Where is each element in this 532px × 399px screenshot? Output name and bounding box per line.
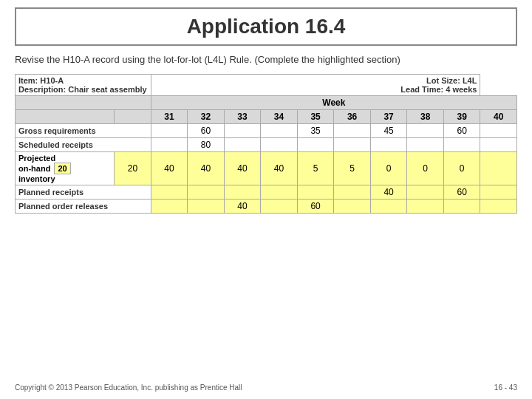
gr-36: [334, 124, 371, 138]
por-39: [443, 200, 480, 214]
sr-38: [407, 138, 444, 152]
gr-32: 60: [188, 124, 225, 138]
page-number: 16 - 43: [494, 383, 517, 392]
sr-39: [443, 138, 480, 152]
proj-oh-31: 40: [151, 152, 188, 185]
por-31: [151, 200, 188, 214]
projected-on-hand-row: Projectedon-hand 20inventory 20 40 40 40…: [16, 152, 517, 185]
week-38: 38: [407, 110, 444, 124]
week-numbers-row: 31 32 33 34 35 36 37 38 39 40: [16, 110, 517, 124]
proj-oh-pre31: 20: [115, 152, 151, 185]
sr-35: [297, 138, 334, 152]
por-34: [261, 200, 298, 214]
meta-row: Item: H10-A Description: Chair seat asse…: [16, 75, 517, 96]
week-39: 39: [443, 110, 480, 124]
proj-oh-40: [480, 152, 517, 185]
proj-oh-badge: 20: [54, 163, 70, 174]
proj-oh-38: 0: [407, 152, 444, 185]
sched-rec-label: Scheduled receipts: [16, 138, 151, 152]
gr-38: [407, 124, 444, 138]
pr-32: [188, 185, 225, 200]
proj-oh-33: 40: [224, 152, 261, 185]
week-40: 40: [480, 110, 517, 124]
pr-31: [151, 185, 188, 200]
gr-37: 45: [370, 124, 407, 138]
week-35: 35: [297, 110, 334, 124]
title-box: Application 16.4: [15, 7, 517, 46]
week-33: 33: [224, 110, 261, 124]
pr-40: [480, 185, 517, 200]
pr-37: 40: [370, 185, 407, 200]
plan-ord-label: Planned order releases: [16, 200, 151, 214]
week-32: 32: [188, 110, 225, 124]
gr-35: 35: [297, 124, 334, 138]
proj-oh-39: 0: [443, 152, 480, 185]
proj-oh-35: 5: [297, 152, 334, 185]
sr-40: [480, 138, 517, 152]
por-35: 60: [297, 200, 334, 214]
gross-req-label: Gross requirements: [16, 124, 151, 138]
proj-oh-label: Projectedon-hand 20inventory: [16, 152, 115, 185]
mrp-table: Item: H10-A Description: Chair seat asse…: [15, 74, 517, 214]
gr-33: [224, 124, 261, 138]
week-36: 36: [334, 110, 371, 124]
page-title: Application 16.4: [187, 15, 346, 38]
gr-39: 60: [443, 124, 480, 138]
sr-37: [370, 138, 407, 152]
por-40: [480, 200, 517, 214]
week-header-row: Week: [16, 96, 517, 110]
planned-receipts-row: Planned receipts 40 60: [16, 185, 517, 200]
por-32: [188, 200, 225, 214]
pr-38: [407, 185, 444, 200]
week-34: 34: [261, 110, 298, 124]
por-38: [407, 200, 444, 214]
footer: Copyright © 2013 Pearson Education, Inc.…: [15, 383, 517, 392]
plan-rec-label: Planned receipts: [16, 185, 151, 200]
sr-34: [261, 138, 298, 152]
pr-33: [224, 185, 261, 200]
scheduled-receipts-row: Scheduled receipts 80: [16, 138, 517, 152]
main-table-container: Item: H10-A Description: Chair seat asse…: [15, 74, 517, 380]
pr-35: [297, 185, 334, 200]
week-37: 37: [370, 110, 407, 124]
sr-31: [151, 138, 188, 152]
proj-oh-32: 40: [188, 152, 225, 185]
proj-oh-37: 0: [370, 152, 407, 185]
week-31: 31: [151, 110, 188, 124]
pr-36: [334, 185, 371, 200]
gr-31: [151, 124, 188, 138]
gr-40: [480, 124, 517, 138]
proj-oh-34: 40: [261, 152, 298, 185]
por-36: [334, 200, 371, 214]
por-33: 40: [224, 200, 261, 214]
planned-order-releases-row: Planned order releases 40 60: [16, 200, 517, 214]
por-37: [370, 200, 407, 214]
week-label: Week: [151, 96, 516, 110]
copyright: Copyright © 2013 Pearson Education, Inc.…: [15, 383, 242, 392]
proj-oh-36: 5: [334, 152, 371, 185]
gross-requirements-row: Gross requirements 60 35 45 60: [16, 124, 517, 138]
pr-39: 60: [443, 185, 480, 200]
sr-32: 80: [188, 138, 225, 152]
lot-lead-info: Lot Size: L4L Lead Time: 4 weeks: [151, 75, 480, 96]
gr-34: [261, 124, 298, 138]
subtitle: Revise the H10-A record using the lot-fo…: [15, 53, 517, 66]
item-description: Item: H10-A Description: Chair seat asse…: [16, 75, 151, 96]
sr-33: [224, 138, 261, 152]
pr-34: [261, 185, 298, 200]
sr-36: [334, 138, 371, 152]
